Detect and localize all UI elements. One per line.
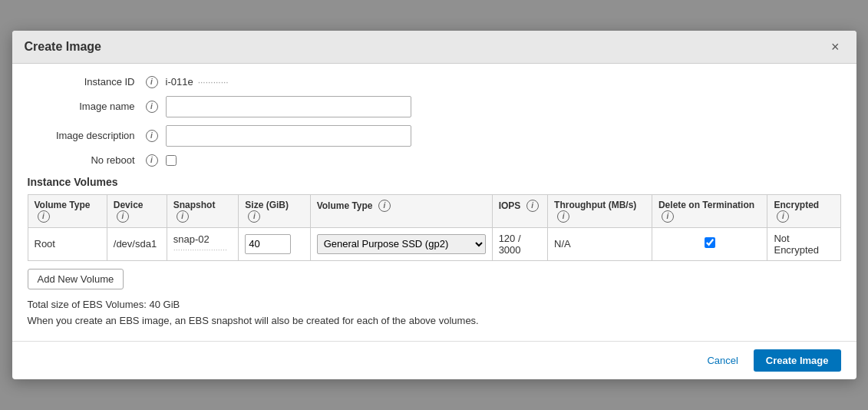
note-line-1: Total size of EBS Volumes: 40 GiB [28,297,841,313]
no-reboot-row: No reboot i [28,154,841,167]
image-name-info-icon: i [146,101,158,113]
th-throughput-info: i [557,210,569,223]
volumes-table: Volume Type i Device i Snapshot i Size [28,194,841,261]
th-snapshot: Snapshot i [167,194,239,227]
th-volume-type: Volume Type i [28,194,107,227]
no-reboot-checkbox[interactable] [166,155,177,166]
th-iops-info: i [526,200,539,212]
volumes-section-title: Instance Volumes [28,176,841,188]
instance-id-row: Instance ID i i-011e ············ [28,76,841,88]
th-encrypted-info: i [777,210,789,223]
snapshot-masked: ······················· [173,245,233,254]
th-delete-info: i [662,210,674,223]
th-snapshot-info: i [177,210,189,223]
modal-title: Create Image [25,40,102,54]
cell-volume-type-value: General Purpose SSD (gp2) Provisioned IO… [310,227,492,260]
size-input[interactable] [245,234,291,254]
cell-delete-on-termination [652,227,767,260]
cell-size [239,227,310,260]
create-image-button[interactable]: Create Image [754,349,841,372]
table-row: Root /dev/sda1 snap-02 ·················… [28,227,840,260]
image-description-input[interactable] [166,125,411,147]
footer-notes: Total size of EBS Volumes: 40 GiB When y… [28,297,841,329]
volume-type-select[interactable]: General Purpose SSD (gp2) Provisioned IO… [317,234,486,254]
th-size: Size (GiB) i [239,194,310,227]
modal-footer: Cancel Create Image [12,341,856,379]
no-reboot-label: No reboot [28,154,143,166]
cell-volume-type: Root [28,227,107,260]
cell-encrypted: Not Encrypted [767,227,840,260]
th-volume-type-col-info: i [378,200,391,212]
delete-on-termination-checkbox[interactable] [705,237,715,248]
cell-throughput: N/A [548,227,652,260]
th-volume-type-col: Volume Type i [310,194,492,227]
note-line-2: When you create an EBS image, an EBS sna… [28,313,841,329]
close-button[interactable]: × [827,38,844,55]
image-name-row: Image name i [28,96,841,117]
modal-header: Create Image × [12,31,856,64]
th-iops: IOPS i [492,194,547,227]
instance-id-label: Instance ID [28,76,143,88]
cell-snapshot: snap-02 ······················· [167,227,239,260]
table-header-row: Volume Type i Device i Snapshot i Size [28,194,840,227]
image-description-label: Image description [28,130,143,141]
th-device-info: i [117,210,129,223]
th-delete-on-termination: Delete on Termination i [652,194,767,227]
image-name-label: Image name [28,101,143,112]
image-description-row: Image description i [28,125,841,147]
no-reboot-info-icon: i [146,154,158,167]
th-device: Device i [107,194,167,227]
th-volume-type-info: i [38,210,50,223]
cell-iops: 120 / 3000 [492,227,547,260]
image-name-input[interactable] [166,96,411,117]
th-size-info: i [248,210,260,223]
instance-id-masked: ············ [198,77,229,88]
instance-id-value: i-011e [166,76,193,88]
th-encrypted: Encrypted i [767,194,840,227]
create-image-modal: Create Image × Instance ID i i-011e ····… [12,31,856,380]
cancel-button[interactable]: Cancel [699,350,745,371]
add-new-volume-button[interactable]: Add New Volume [28,269,124,289]
modal-body: Instance ID i i-011e ············ Image … [12,64,856,342]
th-throughput: Throughput (MB/s) i [548,194,652,227]
cell-device: /dev/sda1 [107,227,167,260]
instance-id-info-icon: i [146,76,158,88]
image-description-info-icon: i [146,130,158,142]
modal-overlay: Create Image × Instance ID i i-011e ····… [0,0,868,410]
